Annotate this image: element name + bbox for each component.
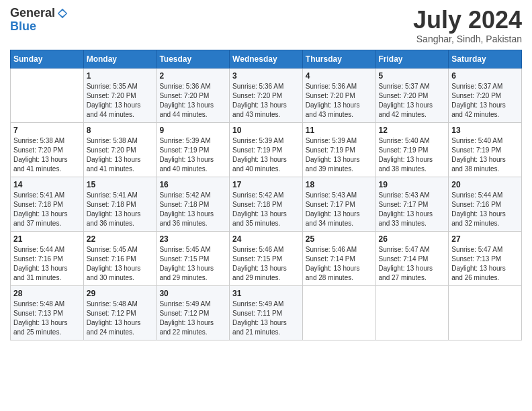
day-number: 31 (232, 289, 300, 298)
day-info: Sunrise: 5:44 AM Sunset: 7:16 PM Dayligh… (13, 245, 81, 283)
header-day-thursday: Thursday (302, 50, 375, 68)
day-info: Sunrise: 5:36 AM Sunset: 7:20 PM Dayligh… (306, 82, 373, 120)
day-info: Sunrise: 5:48 AM Sunset: 7:13 PM Dayligh… (13, 300, 81, 337)
day-info: Sunrise: 5:48 AM Sunset: 7:12 PM Dayligh… (87, 300, 154, 337)
calendar-cell: 16Sunrise: 5:42 AM Sunset: 7:18 PM Dayli… (157, 177, 230, 231)
day-info: Sunrise: 5:40 AM Sunset: 7:19 PM Dayligh… (451, 136, 519, 174)
calendar-cell: 17Sunrise: 5:42 AM Sunset: 7:18 PM Dayli… (230, 177, 303, 231)
day-number: 30 (159, 289, 226, 298)
day-number: 11 (306, 126, 373, 135)
calendar-cell: 4Sunrise: 5:36 AM Sunset: 7:20 PM Daylig… (302, 68, 375, 122)
calendar-cell: 5Sunrise: 5:37 AM Sunset: 7:20 PM Daylig… (375, 68, 449, 122)
calendar-cell: 21Sunrise: 5:44 AM Sunset: 7:16 PM Dayli… (11, 231, 84, 285)
day-number: 14 (13, 180, 81, 189)
day-number: 4 (306, 71, 373, 81)
day-number: 17 (232, 180, 300, 189)
day-info: Sunrise: 5:47 AM Sunset: 7:13 PM Dayligh… (451, 245, 519, 283)
calendar-cell: 15Sunrise: 5:41 AM Sunset: 7:18 PM Dayli… (83, 177, 157, 231)
day-number: 15 (87, 180, 154, 189)
week-row-1: 1Sunrise: 5:35 AM Sunset: 7:20 PM Daylig… (11, 68, 522, 122)
day-info: Sunrise: 5:39 AM Sunset: 7:19 PM Dayligh… (306, 136, 373, 174)
logo-general: General (10, 7, 55, 20)
day-info: Sunrise: 5:42 AM Sunset: 7:18 PM Dayligh… (159, 191, 226, 228)
calendar-cell: 6Sunrise: 5:37 AM Sunset: 7:20 PM Daylig… (449, 68, 522, 122)
day-number: 16 (159, 180, 226, 189)
header-day-wednesday: Wednesday (230, 50, 303, 68)
day-number: 6 (451, 71, 519, 81)
calendar-cell: 23Sunrise: 5:45 AM Sunset: 7:15 PM Dayli… (157, 231, 230, 285)
month-title: July 2024 (413, 7, 522, 34)
day-number: 28 (13, 289, 81, 298)
calendar-cell: 27Sunrise: 5:47 AM Sunset: 7:13 PM Dayli… (449, 231, 522, 285)
day-number: 22 (87, 234, 154, 244)
calendar-cell: 25Sunrise: 5:46 AM Sunset: 7:14 PM Dayli… (302, 231, 375, 285)
day-number: 8 (87, 126, 154, 135)
day-info: Sunrise: 5:41 AM Sunset: 7:18 PM Dayligh… (87, 191, 154, 228)
calendar-cell (375, 285, 449, 340)
day-info: Sunrise: 5:44 AM Sunset: 7:16 PM Dayligh… (451, 191, 519, 228)
day-info: Sunrise: 5:35 AM Sunset: 7:20 PM Dayligh… (87, 82, 154, 120)
calendar-cell: 31Sunrise: 5:49 AM Sunset: 7:11 PM Dayli… (230, 285, 303, 340)
header-day-saturday: Saturday (449, 50, 522, 68)
logo-icon (56, 7, 69, 19)
day-number: 3 (232, 71, 300, 81)
calendar-cell (449, 285, 522, 340)
day-info: Sunrise: 5:38 AM Sunset: 7:20 PM Dayligh… (87, 136, 154, 174)
calendar-cell: 19Sunrise: 5:43 AM Sunset: 7:17 PM Dayli… (375, 177, 449, 231)
day-number: 7 (13, 126, 81, 135)
day-number: 23 (159, 234, 226, 244)
day-info: Sunrise: 5:46 AM Sunset: 7:14 PM Dayligh… (306, 245, 373, 283)
calendar-cell: 13Sunrise: 5:40 AM Sunset: 7:19 PM Dayli… (449, 122, 522, 177)
day-number: 13 (451, 126, 519, 135)
day-info: Sunrise: 5:46 AM Sunset: 7:15 PM Dayligh… (232, 245, 300, 283)
header-day-tuesday: Tuesday (157, 50, 230, 68)
day-number: 20 (451, 180, 519, 189)
day-info: Sunrise: 5:39 AM Sunset: 7:19 PM Dayligh… (232, 136, 300, 174)
day-number: 9 (159, 126, 226, 135)
day-number: 26 (379, 234, 446, 244)
calendar-cell: 8Sunrise: 5:38 AM Sunset: 7:20 PM Daylig… (83, 122, 157, 177)
day-number: 5 (379, 71, 446, 81)
header-day-sunday: Sunday (11, 50, 84, 68)
header-day-monday: Monday (83, 50, 157, 68)
day-number: 19 (379, 180, 446, 189)
day-info: Sunrise: 5:38 AM Sunset: 7:20 PM Dayligh… (13, 136, 81, 174)
day-info: Sunrise: 5:36 AM Sunset: 7:20 PM Dayligh… (232, 82, 300, 120)
day-number: 27 (451, 234, 519, 244)
calendar-cell: 26Sunrise: 5:47 AM Sunset: 7:14 PM Dayli… (375, 231, 449, 285)
day-number: 2 (159, 71, 226, 81)
day-number: 29 (87, 289, 154, 298)
day-number: 25 (306, 234, 373, 244)
location: Sanghar, Sindh, Pakistan (413, 34, 522, 44)
day-number: 1 (87, 71, 154, 81)
logo: General Blue (10, 7, 69, 34)
calendar-cell: 10Sunrise: 5:39 AM Sunset: 7:19 PM Dayli… (230, 122, 303, 177)
day-info: Sunrise: 5:37 AM Sunset: 7:20 PM Dayligh… (379, 82, 446, 120)
day-info: Sunrise: 5:39 AM Sunset: 7:19 PM Dayligh… (159, 136, 226, 174)
header-day-friday: Friday (375, 50, 449, 68)
day-info: Sunrise: 5:37 AM Sunset: 7:20 PM Dayligh… (451, 82, 519, 120)
week-row-4: 21Sunrise: 5:44 AM Sunset: 7:16 PM Dayli… (11, 231, 522, 285)
logo-blue: Blue (10, 20, 69, 34)
calendar-cell: 14Sunrise: 5:41 AM Sunset: 7:18 PM Dayli… (11, 177, 84, 231)
calendar-cell: 12Sunrise: 5:40 AM Sunset: 7:19 PM Dayli… (375, 122, 449, 177)
day-info: Sunrise: 5:49 AM Sunset: 7:12 PM Dayligh… (159, 300, 226, 337)
calendar-cell: 28Sunrise: 5:48 AM Sunset: 7:13 PM Dayli… (11, 285, 84, 340)
day-info: Sunrise: 5:41 AM Sunset: 7:18 PM Dayligh… (13, 191, 81, 228)
day-info: Sunrise: 5:42 AM Sunset: 7:18 PM Dayligh… (232, 191, 300, 228)
calendar-cell: 2Sunrise: 5:36 AM Sunset: 7:20 PM Daylig… (157, 68, 230, 122)
calendar-cell: 30Sunrise: 5:49 AM Sunset: 7:12 PM Dayli… (157, 285, 230, 340)
header-row: SundayMondayTuesdayWednesdayThursdayFrid… (11, 50, 522, 68)
calendar-cell: 24Sunrise: 5:46 AM Sunset: 7:15 PM Dayli… (230, 231, 303, 285)
day-info: Sunrise: 5:43 AM Sunset: 7:17 PM Dayligh… (379, 191, 446, 228)
title-area: July 2024 Sanghar, Sindh, Pakistan (413, 7, 522, 44)
day-info: Sunrise: 5:45 AM Sunset: 7:15 PM Dayligh… (159, 245, 226, 283)
day-number: 24 (232, 234, 300, 244)
week-row-3: 14Sunrise: 5:41 AM Sunset: 7:18 PM Dayli… (11, 177, 522, 231)
day-info: Sunrise: 5:36 AM Sunset: 7:20 PM Dayligh… (159, 82, 226, 120)
day-number: 18 (306, 180, 373, 189)
page-header: General Blue July 2024 Sanghar, Sindh, P… (10, 7, 522, 44)
day-number: 10 (232, 126, 300, 135)
calendar-cell: 20Sunrise: 5:44 AM Sunset: 7:16 PM Dayli… (449, 177, 522, 231)
calendar-cell: 1Sunrise: 5:35 AM Sunset: 7:20 PM Daylig… (83, 68, 157, 122)
